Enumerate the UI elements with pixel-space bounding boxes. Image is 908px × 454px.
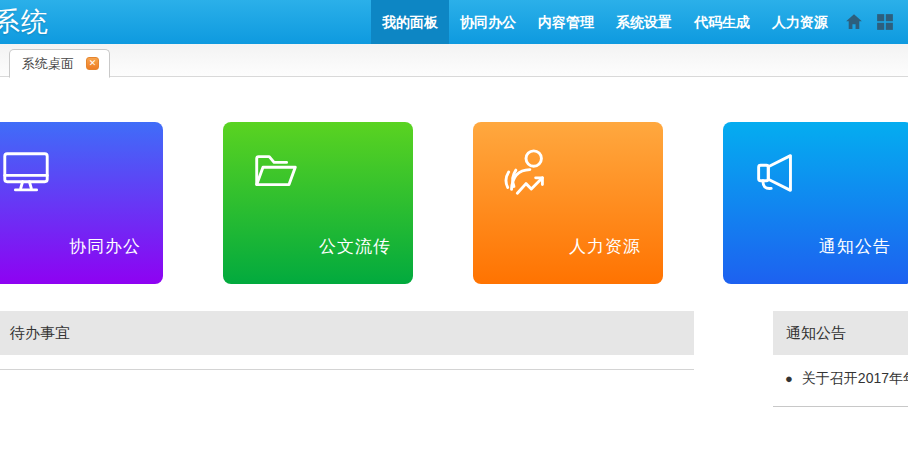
- open-folder-icon: [249, 146, 303, 200]
- app-header: 系统 我的面板 协同办公 内容管理 系统设置 代码生成 人力资源: [0, 0, 908, 44]
- nav-item-system-settings[interactable]: 系统设置: [605, 0, 683, 44]
- tab-system-desktop[interactable]: 系统桌面 ✕: [9, 49, 110, 78]
- tile-notices[interactable]: 通知公告: [723, 122, 908, 284]
- tile-document-flow[interactable]: 公文流传: [223, 122, 413, 284]
- running-person-icon: [499, 146, 553, 200]
- todo-panel: 待办事宜: [0, 311, 694, 370]
- nav-item-content-mgmt[interactable]: 内容管理: [527, 0, 605, 44]
- tile-label: 协同办公: [69, 235, 141, 258]
- nav-item-code-gen[interactable]: 代码生成: [683, 0, 761, 44]
- notice-list: ●关于召开2017年年: [773, 355, 908, 407]
- desktop-page: 系统 我的面板 协同办公 内容管理 系统设置 代码生成 人力资源: [0, 0, 908, 454]
- notice-panel-title: 通知公告: [773, 311, 908, 355]
- tile-label: 公文流传: [319, 235, 391, 258]
- todo-panel-title: 待办事宜: [0, 311, 694, 355]
- notice-panel: 通知公告 ●关于召开2017年年: [773, 311, 908, 407]
- tile-hr[interactable]: 人力资源: [473, 122, 663, 284]
- monitor-icon: [0, 146, 53, 200]
- close-icon[interactable]: ✕: [86, 57, 99, 70]
- nav-item-hr[interactable]: 人力资源: [761, 0, 839, 44]
- tile-collaboration[interactable]: 协同办公: [0, 122, 163, 284]
- nav-item-collaboration[interactable]: 协同办公: [449, 0, 527, 44]
- notice-item-text: 关于召开2017年年: [802, 370, 908, 386]
- tab-label: 系统桌面: [22, 55, 74, 73]
- header-icons: [839, 0, 908, 44]
- notice-list-item[interactable]: ●关于召开2017年年: [773, 363, 908, 394]
- megaphone-icon: [749, 146, 803, 200]
- nav-item-my-dashboard[interactable]: 我的面板: [371, 0, 449, 44]
- app-title: 系统: [0, 0, 49, 44]
- main-nav: 我的面板 协同办公 内容管理 系统设置 代码生成 人力资源: [371, 0, 908, 44]
- tiles-row: 协同办公 公文流传 人力资源: [0, 122, 908, 284]
- tile-label: 人力资源: [569, 235, 641, 258]
- todo-list: [0, 355, 694, 370]
- tile-label: 通知公告: [819, 235, 891, 258]
- tab-strip: [0, 44, 908, 77]
- home-icon[interactable]: [845, 13, 863, 31]
- grid-icon[interactable]: [876, 13, 894, 31]
- bullet-icon: ●: [785, 371, 793, 386]
